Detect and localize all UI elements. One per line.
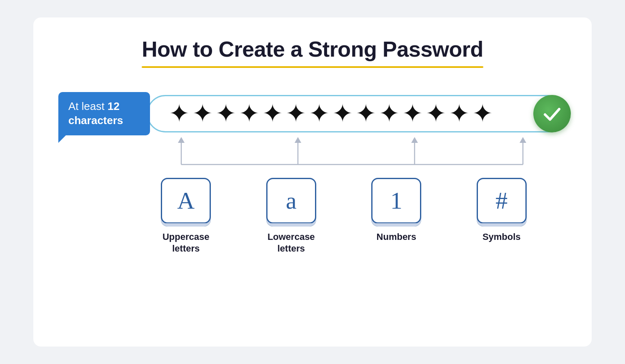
key-letter-lowercase: a bbox=[286, 187, 297, 214]
icon-item-numbers: 1 Numbers bbox=[371, 178, 421, 255]
password-field: ✦✦✦✦✦✦✦✦✦✦✦✦✦✦ bbox=[147, 95, 567, 132]
password-field-wrapper: ✦✦✦✦✦✦✦✦✦✦✦✦✦✦ bbox=[147, 95, 567, 132]
icons-row: A Uppercase letters a Lowercase letters … bbox=[58, 178, 567, 255]
key-letter-numbers: 1 bbox=[390, 187, 402, 214]
key-label-symbols: Symbols bbox=[482, 231, 521, 243]
title-underline bbox=[142, 66, 483, 68]
checkmark-icon bbox=[533, 95, 571, 132]
key-icon-symbols: # bbox=[477, 178, 527, 224]
key-icon-numbers: 1 bbox=[371, 178, 421, 224]
key-icon-lowercase: a bbox=[266, 178, 316, 224]
password-section: At least 12characters ✦✦✦✦✦✦✦✦✦✦✦✦✦✦ bbox=[58, 92, 567, 135]
key-label-uppercase: Uppercase letters bbox=[162, 231, 210, 255]
svg-marker-7 bbox=[411, 137, 418, 143]
key-label-numbers: Numbers bbox=[377, 231, 416, 243]
arrows-svg bbox=[140, 135, 565, 169]
title-section: How to Create a Strong Password bbox=[142, 37, 483, 68]
page-title: How to Create a Strong Password bbox=[142, 37, 483, 61]
icon-item-uppercase: A Uppercase letters bbox=[161, 178, 211, 255]
key-letter-uppercase: A bbox=[177, 187, 195, 214]
connector-section bbox=[58, 135, 567, 170]
key-icon-uppercase: A bbox=[161, 178, 211, 224]
key-label-lowercase: Lowercase letters bbox=[268, 231, 315, 255]
checkmark-svg bbox=[542, 103, 562, 124]
label-bubble: At least 12characters bbox=[58, 92, 150, 135]
svg-marker-6 bbox=[295, 137, 301, 143]
svg-marker-5 bbox=[178, 137, 185, 143]
key-letter-symbols: # bbox=[495, 187, 508, 214]
svg-marker-8 bbox=[520, 137, 526, 143]
icon-item-symbols: # Symbols bbox=[477, 178, 527, 255]
password-asterisks: ✦✦✦✦✦✦✦✦✦✦✦✦✦✦ bbox=[169, 101, 495, 126]
icon-item-lowercase: a Lowercase letters bbox=[266, 178, 316, 255]
main-card: How to Create a Strong Password At least… bbox=[33, 17, 592, 347]
